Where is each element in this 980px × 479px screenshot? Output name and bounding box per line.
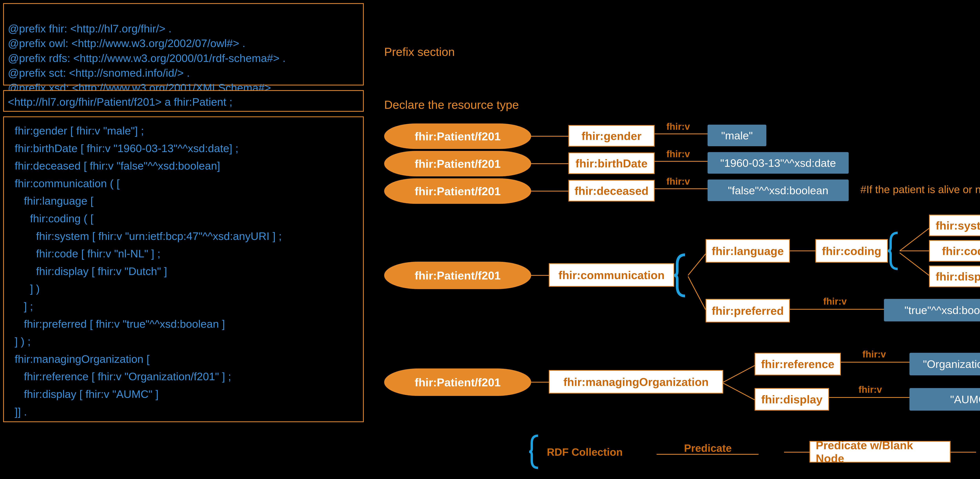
pred-display-org: fhir:display xyxy=(755,388,829,411)
body-code: fhir:gender [ fhir:v "male"] ; fhir:birt… xyxy=(4,117,363,425)
pred-display-coding: fhir:display xyxy=(929,266,980,287)
prefix-code: @prefix fhir: <http://hl7.org/fhir/> . @… xyxy=(4,4,363,98)
edge-birth-1 xyxy=(531,163,568,164)
edge-comm-pref xyxy=(688,274,706,312)
pred-language: fhir:language xyxy=(706,239,790,263)
pred-system: fhir:system xyxy=(929,215,980,236)
prefix-l3: @prefix rdfs: <http://www.w3.org/2000/01… xyxy=(8,52,286,64)
label-gender-v: fhir:v xyxy=(667,121,690,132)
resource-gender: fhir:Patient/f201 xyxy=(384,124,531,149)
val-org: "Organization/f201" xyxy=(910,353,980,375)
edge-mgorg-1 xyxy=(531,382,549,383)
svg-line-5 xyxy=(723,383,755,400)
pred-gender: fhir:gender xyxy=(568,125,655,146)
declare-code: <http://hl7.org/fhir/Patient/f201> a fhi… xyxy=(4,91,363,113)
svg-line-1 xyxy=(900,228,929,251)
pred-preferred: fhir:preferred xyxy=(706,299,790,322)
val-date: "1960-03-13"^^xsd:date xyxy=(708,152,849,173)
svg-line-2 xyxy=(900,253,929,275)
edge-coding-disp xyxy=(900,251,929,277)
edge-comm-1 xyxy=(531,275,549,276)
pred-reference: fhir:reference xyxy=(755,353,841,375)
label-disporg-v: fhir:v xyxy=(859,384,882,395)
legend-rdf: RDF Collection xyxy=(547,446,623,458)
legend-predblank-l xyxy=(784,452,810,452)
svg-line-4 xyxy=(723,366,755,382)
label-dec-v: fhir:v xyxy=(667,176,690,187)
prefix-box: @prefix fhir: <http://hl7.org/fhir/> . @… xyxy=(3,3,364,86)
pred-communication: fhir:communication xyxy=(549,263,674,287)
svg-line-3 xyxy=(688,276,706,310)
pred-managingorg: fhir:managingOrganization xyxy=(549,370,723,393)
prefix-section-header: Prefix section xyxy=(384,45,455,59)
val-male: "male" xyxy=(708,125,766,146)
pred-deceased: fhir:deceased xyxy=(568,180,655,202)
rdf-bracket-comm xyxy=(674,253,688,298)
pred-code: fhir:code xyxy=(929,240,980,262)
resource-deceased: fhir:Patient/f201 xyxy=(384,178,531,204)
label-birth-v: fhir:v xyxy=(667,148,690,159)
rdf-bracket-coding xyxy=(888,231,900,271)
edge-dec-1 xyxy=(531,191,568,191)
resource-birthdate: fhir:Patient/f201 xyxy=(384,151,531,177)
declare-box: <http://hl7.org/fhir/Patient/f201> a fhi… xyxy=(3,90,364,112)
declare-header: Declare the resource type xyxy=(384,98,519,111)
resource-comm: fhir:Patient/f201 xyxy=(384,262,531,289)
prefix-l4: @prefix sct: <http://snomed.info/id/> . xyxy=(8,67,190,79)
edge-coding-sys xyxy=(900,226,929,253)
pred-birthdate: fhir:birthDate xyxy=(568,153,655,174)
val-aumc: "AUMC" xyxy=(910,388,980,411)
pred-coding: fhir:coding xyxy=(815,239,888,263)
label-ref-v: fhir:v xyxy=(862,349,886,360)
prefix-l1: @prefix fhir: <http://hl7.org/fhir/> . xyxy=(8,22,172,35)
legend-predicate: Predicate xyxy=(684,442,732,454)
svg-line-0 xyxy=(688,254,706,275)
legend-predblank-r xyxy=(951,452,976,452)
legend-bracket-icon xyxy=(529,434,540,469)
edge-gender-1 xyxy=(531,136,568,137)
edge-mgorg-disp xyxy=(723,381,755,403)
label-pref-v: fhir:v xyxy=(823,296,847,307)
body-box: fhir:gender [ fhir:v "male"] ; fhir:birt… xyxy=(3,116,364,422)
comment-deceased: #If the patient is alive or not xyxy=(861,183,980,196)
val-deceased: "false"^^xsd:boolean xyxy=(708,180,849,201)
edge-lang-coding xyxy=(790,250,815,251)
val-preferred: "true"^^xsd:boolean xyxy=(884,299,980,321)
legend-predblank-box: Predicate w/Blank Node xyxy=(810,441,951,463)
prefix-l2: @prefix owl: <http://www.w3.org/2002/07/… xyxy=(8,37,245,49)
resource-mgorg: fhir:Patient/f201 xyxy=(384,368,531,396)
